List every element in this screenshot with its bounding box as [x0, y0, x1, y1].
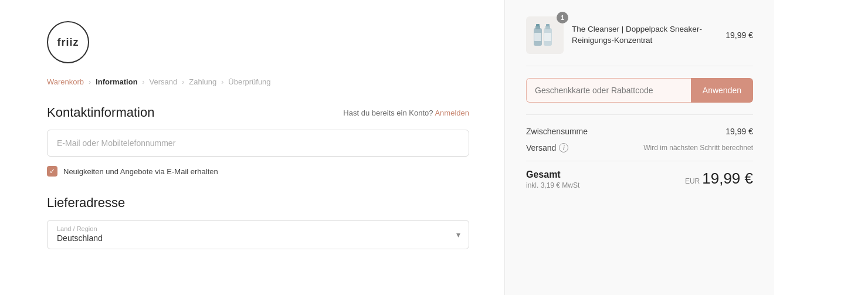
country-label: Land / Region — [57, 225, 459, 232]
discount-row: Anwenden — [526, 78, 753, 115]
product-row: 1 The Cleanser | Doppelpack Sneaker-Rein… — [526, 16, 753, 66]
product-illustration — [531, 20, 559, 50]
subtotal-label: Zwischensumme — [526, 127, 588, 136]
breadcrumb-warenkorb[interactable]: Warenkorb — [47, 77, 84, 86]
contact-section-header: Kontaktinformation Hast du bereits ein K… — [47, 105, 469, 120]
svg-rect-6 — [534, 33, 541, 41]
contact-title: Kontaktinformation — [47, 105, 154, 120]
login-hint: Hast du bereits ein Konto? Anmelden — [343, 108, 469, 117]
total-sub: inkl. 3,19 € MwSt — [526, 181, 579, 189]
apply-discount-button[interactable]: Anwenden — [691, 78, 753, 103]
newsletter-checkbox[interactable]: ✓ — [47, 166, 57, 177]
shipping-value: Wird im nächsten Schritt berechnet — [643, 144, 753, 152]
breadcrumb-sep-4: › — [221, 78, 223, 86]
total-amount: 19,99 € — [702, 169, 753, 188]
total-right: EUR 19,99 € — [685, 169, 753, 188]
svg-rect-7 — [544, 33, 551, 41]
total-left: Gesamt inkl. 3,19 € MwSt — [526, 169, 579, 189]
breadcrumb-versand: Versand — [150, 77, 178, 86]
discount-input[interactable] — [526, 78, 691, 103]
subtotal-row: Zwischensumme 19,99 € — [526, 127, 753, 136]
breadcrumb-sep-1: › — [89, 78, 91, 86]
email-input[interactable] — [47, 130, 469, 157]
product-name: The Cleanser | Doppelpack Sneaker-Reinig… — [572, 24, 717, 46]
breadcrumb-ueberpruefung: Überprüfung — [228, 77, 270, 86]
summary-divider — [526, 161, 753, 161]
left-panel: friiz Warenkorb › Information › Versand … — [0, 0, 504, 295]
breadcrumb-information: Information — [96, 77, 138, 86]
product-image — [526, 16, 564, 54]
shipping-label: Versand i — [526, 143, 568, 152]
product-quantity-badge: 1 — [557, 12, 568, 23]
shipping-info-icon[interactable]: i — [559, 143, 568, 152]
product-info: The Cleanser | Doppelpack Sneaker-Reinig… — [572, 24, 717, 46]
total-row: Gesamt inkl. 3,19 € MwSt EUR 19,99 € — [526, 169, 753, 189]
country-select[interactable]: Land / Region Deutschland ▾ — [47, 220, 469, 249]
breadcrumb: Warenkorb › Information › Versand › Zahl… — [47, 77, 469, 86]
chevron-down-icon: ▾ — [456, 230, 460, 239]
breadcrumb-sep-2: › — [143, 78, 145, 86]
newsletter-row: ✓ Neuigkeiten und Angebote via E-Mail er… — [47, 166, 469, 177]
breadcrumb-zahlung: Zahlung — [189, 77, 216, 86]
login-link[interactable]: Anmelden — [435, 108, 469, 117]
product-price: 19,99 € — [725, 30, 753, 40]
svg-rect-5 — [546, 24, 550, 26]
country-value: Deutschland — [57, 233, 103, 243]
right-panel: 1 The Cleanser | Doppelpack Sneaker-Rein… — [504, 0, 774, 295]
product-image-wrap: 1 — [526, 16, 564, 54]
breadcrumb-sep-3: › — [182, 78, 184, 86]
logo-text: friiz — [57, 36, 79, 49]
subtotal-value: 19,99 € — [725, 127, 753, 136]
shipping-row: Versand i Wird im nächsten Schritt berec… — [526, 143, 753, 152]
delivery-title: Lieferadresse — [47, 195, 469, 211]
svg-rect-2 — [536, 24, 540, 26]
checkmark-icon: ✓ — [49, 168, 55, 175]
newsletter-label: Neuigkeiten und Angebote via E-Mail erha… — [63, 167, 218, 176]
total-currency: EUR — [685, 177, 700, 185]
total-label: Gesamt — [526, 169, 579, 180]
logo: friiz — [47, 21, 89, 63]
